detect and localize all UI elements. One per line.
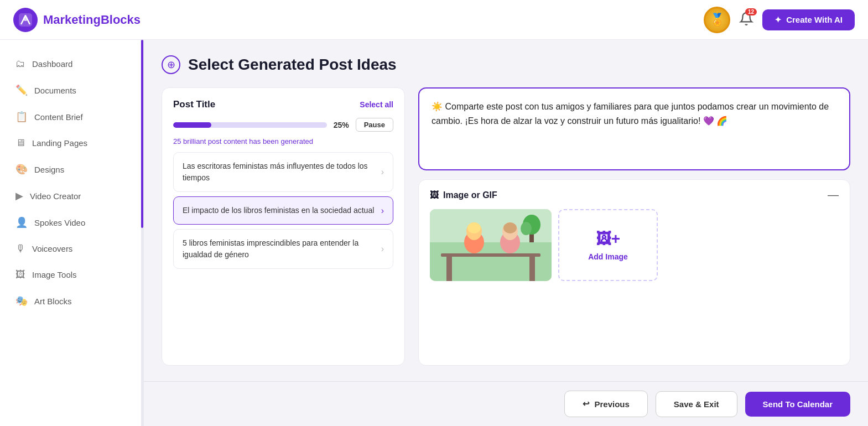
generated-message: 25 brilliant post content has been gener… — [173, 137, 393, 146]
svg-point-15 — [521, 222, 532, 235]
bottom-bar: ↩ Previous Save & Exit Send To Calendar — [144, 381, 868, 426]
svg-point-9 — [467, 222, 481, 233]
logo-text: MarketingBlocks — [43, 13, 141, 27]
sidebar: 🗂 Dashboard ✏️ Documents 📋 Content Brief… — [0, 40, 144, 426]
header-right: 🏅 12 ✦ Create With AI — [704, 7, 855, 33]
post-selection-panel: Post Title Select all 25% Pause 25 brill… — [162, 87, 405, 366]
post-item-text: Las escritoras feministas más influyente… — [183, 160, 381, 184]
progress-bar-background — [173, 122, 327, 128]
sidebar-item-content-brief[interactable]: 📋 Content Brief — [0, 103, 143, 130]
sparkle-icon: ✦ — [775, 15, 782, 25]
svg-rect-6 — [529, 257, 535, 281]
logo: MarketingBlocks — [13, 8, 141, 32]
add-circle-icon: ⊕ — [162, 55, 180, 74]
image-grid: 🖼+ Add Image — [430, 209, 839, 281]
folder-icon: 🗂 — [15, 58, 25, 70]
progress-bar-fill — [173, 122, 211, 128]
post-title-label: Post Title — [173, 99, 215, 110]
sidebar-item-image-tools[interactable]: 🖼 Image Tools — [0, 262, 143, 288]
image-icon: 🖼 — [430, 190, 439, 200]
notifications-button[interactable]: 12 — [739, 12, 753, 28]
user-avatar: 🏅 — [704, 7, 730, 33]
progress-row: 25% Pause — [173, 118, 393, 132]
svg-rect-4 — [441, 253, 540, 257]
notification-badge: 12 — [745, 8, 757, 15]
add-image-button[interactable]: 🖼+ Add Image — [558, 209, 658, 281]
app-header: MarketingBlocks 🏅 12 ✦ Create With AI — [0, 0, 868, 40]
post-list: Las escritoras feministas más influyente… — [173, 152, 393, 354]
scrollbar-track — [141, 40, 143, 426]
video-icon: ▶ — [15, 190, 23, 202]
image-gif-title: 🖼 Image or GIF — [430, 190, 497, 200]
create-with-ai-button[interactable]: ✦ Create With AI — [762, 9, 855, 30]
arrow-left-icon: ↩ — [583, 399, 590, 409]
pause-button[interactable]: Pause — [356, 118, 393, 132]
page-title: Select Generated Post Ideas — [188, 56, 397, 74]
save-exit-button[interactable]: Save & Exit — [656, 391, 737, 417]
document-icon: ✏️ — [15, 84, 28, 96]
voiceover-icon: 🎙 — [15, 243, 25, 254]
spokes-icon: 👤 — [15, 216, 28, 228]
sidebar-item-dashboard[interactable]: 🗂 Dashboard — [0, 51, 143, 77]
sidebar-item-documents[interactable]: ✏️ Documents — [0, 77, 143, 103]
send-to-calendar-button[interactable]: Send To Calendar — [745, 392, 850, 417]
post-item-text: El impacto de los libros feministas en l… — [183, 205, 381, 216]
select-all-button[interactable]: Select all — [360, 100, 393, 109]
logo-icon — [13, 8, 38, 32]
sidebar-item-spokes-video[interactable]: 👤 Spokes Video — [0, 209, 143, 236]
post-item-text: 5 libros feministas imprescindibles para… — [183, 237, 381, 261]
designs-icon: 🎨 — [15, 163, 28, 175]
page-header: ⊕ Select Generated Post Ideas — [162, 55, 850, 74]
image-gif-header: 🖼 Image or GIF — — [430, 189, 839, 201]
svg-point-1 — [23, 17, 28, 21]
landing-icon: 🖥 — [15, 137, 25, 149]
post-title-header: Post Title Select all — [173, 99, 393, 110]
image-thumbnail[interactable] — [430, 209, 552, 281]
content-area: Post Title Select all 25% Pause 25 brill… — [162, 87, 850, 366]
art-icon: 🎭 — [15, 295, 28, 307]
scrollbar-thumb — [141, 40, 143, 228]
svg-rect-5 — [446, 257, 452, 281]
sidebar-item-art-blocks[interactable]: 🎭 Art Blocks — [0, 288, 143, 314]
main-content: ⊕ Select Generated Post Ideas Post Title… — [144, 40, 868, 381]
post-item[interactable]: Las escritoras feministas más influyente… — [173, 152, 393, 192]
image-tools-icon: 🖼 — [15, 269, 25, 280]
image-gif-section: 🖼 Image or GIF — — [418, 179, 850, 366]
sidebar-item-voiceovers[interactable]: 🎙 Voiceovers — [0, 236, 143, 262]
brief-icon: 📋 — [15, 111, 28, 123]
svg-point-12 — [503, 222, 517, 233]
sidebar-item-designs[interactable]: 🎨 Designs — [0, 156, 143, 183]
previous-button[interactable]: ↩ Previous — [564, 391, 647, 417]
post-preview-box: ☀️ Comparte este post con tus amigos y f… — [418, 87, 850, 170]
progress-percentage: 25% — [334, 121, 349, 129]
add-image-icon: 🖼+ — [596, 230, 620, 248]
chevron-right-icon: › — [381, 167, 384, 177]
post-item[interactable]: 5 libros feministas imprescindibles para… — [173, 229, 393, 269]
chevron-right-icon: › — [381, 244, 384, 254]
post-item[interactable]: El impacto de los libros feministas en l… — [173, 196, 393, 225]
sidebar-item-video-creator[interactable]: ▶ Video Creator — [0, 183, 143, 209]
right-panel: ☀️ Comparte este post con tus amigos y f… — [418, 87, 850, 366]
collapse-image-button[interactable]: — — [828, 189, 839, 201]
sidebar-item-landing-pages[interactable]: 🖥 Landing Pages — [0, 130, 143, 156]
chevron-right-icon: › — [381, 206, 384, 216]
app-body: 🗂 Dashboard ✏️ Documents 📋 Content Brief… — [0, 40, 868, 426]
